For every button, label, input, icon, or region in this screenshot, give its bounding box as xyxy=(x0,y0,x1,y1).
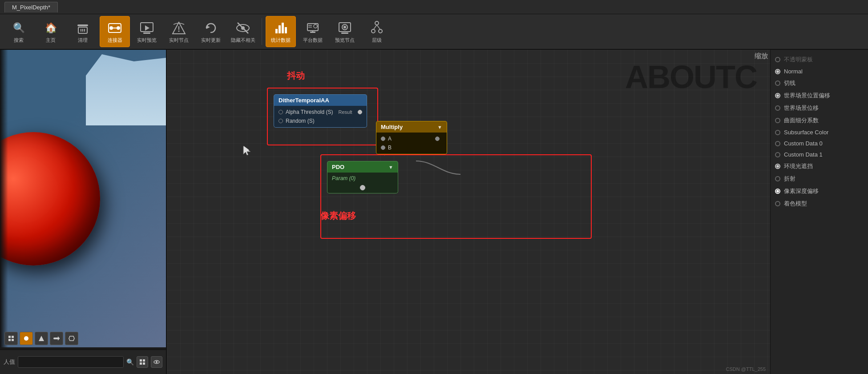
radio-opacity xyxy=(775,57,780,62)
right-panel-item-world-pos[interactable]: 世界场景位移 xyxy=(771,102,868,114)
toolbar-connector-label: 连接器 xyxy=(108,37,122,44)
svg-rect-38 xyxy=(8,336,11,338)
vp-btn-4[interactable] xyxy=(50,332,63,345)
right-panel-item-shading-model[interactable]: 着色模型 xyxy=(771,197,868,210)
right-panel-item-custom1[interactable]: Custom Data 1 xyxy=(771,149,868,160)
left-bottom-bar: 人值 🔍 xyxy=(0,350,166,374)
vp-btn-2[interactable] xyxy=(20,332,33,345)
toolbar-home-label: 主页 xyxy=(46,37,56,44)
building-background xyxy=(86,54,166,125)
svg-rect-47 xyxy=(140,359,142,362)
preview-node-icon xyxy=(337,20,353,36)
multiply-arrow-icon: ▼ xyxy=(437,125,442,130)
svg-point-26 xyxy=(314,24,317,28)
right-panel-item-subsurface[interactable]: Subsurface Color xyxy=(771,127,868,138)
toolbar-preview-node-label: 预览节点 xyxy=(335,37,355,44)
radio-refraction xyxy=(775,176,780,181)
right-panel-item-opacity[interactable]: 不透明蒙板 xyxy=(771,53,868,66)
csdn-watermark: CSDN @TTL_255 xyxy=(726,366,766,372)
right-panel-item-refraction[interactable]: 折射 xyxy=(771,173,868,185)
toolbar-platform[interactable]: 平台数据 xyxy=(298,16,328,47)
toolbar-sep-1 xyxy=(262,18,262,45)
right-panel-item-pixel-depth[interactable]: 像素深度偏移 xyxy=(771,185,868,197)
toolbar-search[interactable]: 🔍 搜索 xyxy=(4,16,34,47)
view-grid-btn[interactable] xyxy=(137,356,148,368)
radio-pixel-depth xyxy=(775,189,780,194)
node-pdo[interactable]: PDO ▼ Param (0) xyxy=(327,161,398,193)
toolbar-realtime-update-label: 实时更新 xyxy=(201,37,221,44)
svg-rect-40 xyxy=(8,339,11,341)
svg-rect-20 xyxy=(279,25,281,33)
node-pdo-title: PDO xyxy=(332,164,344,170)
node-connections xyxy=(167,50,770,374)
svg-marker-46 xyxy=(69,336,74,341)
svg-marker-45 xyxy=(58,336,60,341)
vp-btn-3[interactable] xyxy=(35,332,48,345)
right-panel-item-world-pos-offset[interactable]: 世界场景位置偏移 xyxy=(771,89,868,102)
right-panel-item-ao[interactable]: 环境光遮挡 xyxy=(771,160,868,173)
toolbar-connector[interactable]: 连接器 xyxy=(100,16,130,47)
toolbar-hide-irrelevant[interactable]: 隐藏不相关 xyxy=(228,16,258,47)
vp-btn-1[interactable] xyxy=(4,332,18,345)
svg-point-36 xyxy=(371,29,375,33)
radio-tessellation xyxy=(775,118,780,123)
toolbar-stats-label: 统计数据 xyxy=(271,37,291,44)
toolbar-realtime-node[interactable]: 实时节点 xyxy=(164,16,194,47)
radio-custom0 xyxy=(775,141,780,146)
toolbar-home[interactable]: 🏠 主页 xyxy=(36,16,66,47)
toolbar-realtime-preview-label: 实时预览 xyxy=(137,37,157,44)
vp-btn-5[interactable] xyxy=(65,332,78,345)
watermark: ABOUTC xyxy=(625,59,757,95)
svg-rect-49 xyxy=(140,362,142,365)
node-dither[interactable]: DitherTemporalAA Alpha Threshold (S) Res… xyxy=(274,94,367,128)
toolbar-stats[interactable]: 统计数据 xyxy=(266,16,296,47)
zoom-label: 缩放 xyxy=(755,52,768,60)
platform-icon xyxy=(305,20,321,36)
search-input[interactable] xyxy=(18,356,124,368)
pdo-subtitle: Param (0) xyxy=(332,174,393,182)
toolbar-hide-label: 隐藏不相关 xyxy=(231,37,255,44)
document-tab[interactable]: M_PixelDepth* xyxy=(4,2,58,12)
toolbar-clean[interactable]: 清理 xyxy=(68,16,98,47)
right-panel-item-custom0[interactable]: Custom Data 0 xyxy=(771,138,868,149)
realtime-update-icon xyxy=(203,20,219,36)
svg-marker-53 xyxy=(243,146,250,155)
node-dither-title: DitherTemporalAA xyxy=(279,97,329,104)
toolbar-preview-node[interactable]: 预览节点 xyxy=(330,16,360,47)
radio-ao xyxy=(775,164,780,169)
input-label: 人值 xyxy=(4,358,15,366)
preview-viewport[interactable] xyxy=(0,50,166,347)
clean-icon xyxy=(75,20,91,36)
realtime-node-icon xyxy=(171,20,187,36)
radio-subsurface xyxy=(775,130,780,135)
svg-rect-32 xyxy=(341,32,348,34)
right-panel-item-tessellation[interactable]: 曲面细分系数 xyxy=(771,114,868,127)
toolbar-clean-label: 清理 xyxy=(78,37,88,44)
pin-alpha-label: Alpha Threshold (S) xyxy=(286,109,333,115)
search-icon: 🔍 xyxy=(126,358,134,366)
svg-rect-48 xyxy=(143,359,145,362)
svg-rect-41 xyxy=(12,339,14,341)
svg-point-37 xyxy=(379,29,382,33)
toolbar-hierarchy[interactable]: 层级 xyxy=(362,16,392,47)
svg-rect-24 xyxy=(310,32,315,33)
svg-point-31 xyxy=(343,26,346,28)
right-panel-item-normal[interactable]: Normal xyxy=(771,66,868,77)
viewport-controls xyxy=(4,332,78,345)
toolbar-realtime-preview[interactable]: 实时预览 xyxy=(132,16,162,47)
view-eye-btn[interactable] xyxy=(151,356,162,368)
node-multiply[interactable]: Multiply ▼ A B xyxy=(376,121,447,154)
right-panel-item-cut[interactable]: 切线 xyxy=(771,77,868,89)
toolbar-realtime-update[interactable]: 实时更新 xyxy=(196,16,226,47)
main-area: 人值 🔍 ABOUTC 缩放 xyxy=(0,50,868,374)
radio-shading-model xyxy=(775,201,780,206)
node-graph[interactable]: ABOUTC 缩放 抖动 DitherTemporalAA xyxy=(167,50,770,374)
stats-icon xyxy=(273,20,289,36)
pdo-arrow-icon: ▼ xyxy=(388,165,393,170)
svg-rect-22 xyxy=(285,27,287,33)
pin-a-dot xyxy=(381,137,385,141)
hide-irrelevant-icon xyxy=(235,20,251,36)
pin-multiply-a: A xyxy=(376,134,447,143)
svg-point-33 xyxy=(375,21,379,25)
svg-point-52 xyxy=(156,361,157,363)
